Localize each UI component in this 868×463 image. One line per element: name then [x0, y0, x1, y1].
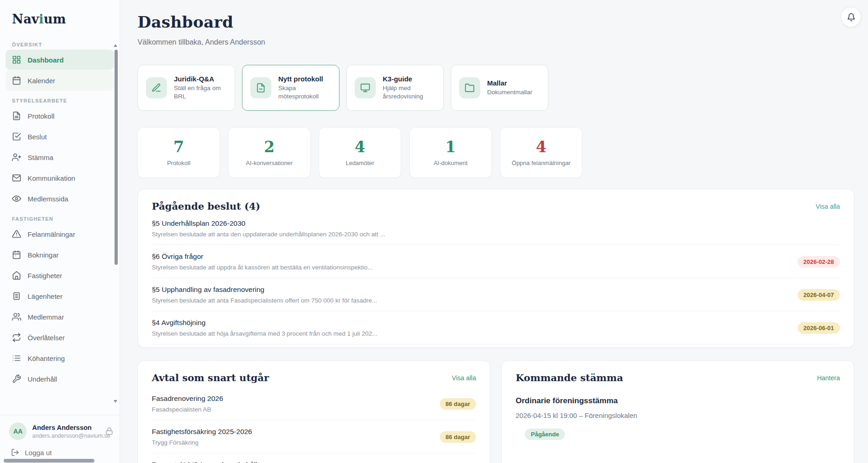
contract-item[interactable]: Fasadrenovering 2026 Fasadspecialisten A…	[152, 387, 476, 420]
contract-item[interactable]: Ramavtal VVS-jour och underhåll Stockhol…	[152, 453, 476, 463]
decisions-panel: Pågående beslut (4) Visa alla §5 Underhå…	[138, 189, 854, 348]
monitor-icon	[355, 77, 376, 98]
sidebar-item-label: Kommunikation	[28, 174, 75, 182]
user-name: Anders Andersson	[32, 424, 110, 431]
bell-icon	[847, 13, 856, 22]
alert-triangle-icon	[12, 229, 21, 239]
sidebar-item-label: Kalender	[28, 77, 55, 85]
sidebar-item-kohantering[interactable]: Köhantering	[6, 348, 114, 368]
check-square-icon	[12, 132, 21, 141]
pen-icon	[146, 77, 167, 98]
quick-actions-row: Juridik-Q&A Ställ en fråga om BRL Nytt p…	[138, 65, 854, 111]
nav-section-styrelsearbete: STYRELSEARBETE	[12, 98, 108, 103]
sidebar-item-bokningar[interactable]: Bokningar	[6, 245, 114, 265]
user-profile: AA Anders Andersson anders.andersson@nav…	[9, 423, 110, 440]
days-left-badge: 86 dagar	[440, 431, 476, 443]
notifications-button[interactable]	[841, 7, 861, 27]
quick-action-nytt-protokoll[interactable]: Nytt protokoll Skapa mötesprotokoll	[242, 65, 339, 111]
decision-item[interactable]: §5 Upphandling av fasadrenovering Styrel…	[152, 278, 840, 311]
wrench-icon	[12, 374, 21, 383]
decisions-title: Pågående beslut (4)	[152, 200, 260, 212]
file-text-icon	[12, 111, 21, 120]
meeting-manage-link[interactable]: Hantera	[817, 374, 840, 382]
stat-card-protokoll: 7 Protokoll	[138, 127, 220, 178]
scrollbar-up-arrow[interactable]	[114, 44, 117, 47]
nav-section-oversikt: ÖVERSIKT	[12, 42, 108, 47]
scrollbar-down-arrow[interactable]	[114, 400, 117, 403]
sidebar-item-label: Lägenheter	[28, 292, 63, 300]
sidebar-item-underhall[interactable]: Underhåll	[6, 369, 114, 389]
sidebar-item-fastigheter[interactable]: Fastigheter	[6, 265, 114, 286]
sidebar-item-overlatelser[interactable]: Överlåtelser	[6, 327, 114, 348]
event-title: Ordinarie föreningsstämma	[516, 396, 840, 406]
sidebar-item-dashboard[interactable]: Dashboard	[6, 50, 114, 70]
document-lines-icon	[12, 292, 21, 301]
sidebar-item-label: Stämma	[28, 154, 53, 161]
sidebar-item-kommunikation[interactable]: Kommunikation	[6, 168, 114, 188]
logout-icon	[11, 448, 19, 457]
sidebar-item-label: Beslut	[28, 133, 47, 141]
sidebar-item-label: Dashboard	[28, 56, 63, 64]
meeting-title: Kommande stämma	[516, 372, 623, 383]
contracts-show-all-link[interactable]: Visa alla	[452, 374, 476, 382]
quick-action-mallar[interactable]: Mallar Dokumentmallar	[451, 65, 548, 111]
file-icon	[250, 77, 271, 98]
user-email: anders.andersson@navium.se	[32, 433, 110, 439]
main-content: Dashboard Välkommen tillbaka, Anders And…	[120, 0, 868, 463]
sidebar-item-felanmalningar[interactable]: Felanmälningar	[6, 224, 114, 244]
sidebar-item-label: Bokningar	[28, 251, 59, 259]
stat-card-oppna-felanmalningar: 4 Öppna felanmälningar	[500, 127, 582, 178]
sidebar-vertical-scrollbar[interactable]	[115, 50, 118, 265]
user-plus-icon	[12, 153, 21, 162]
stat-card-ai-konversationer: 2 AI-konversationer	[228, 127, 310, 178]
deadline-badge: 2026-06-01	[798, 322, 840, 334]
sidebar-item-label: Fastigheter	[28, 272, 62, 280]
decisions-show-all-link[interactable]: Visa alla	[816, 203, 840, 210]
deadline-badge: 2026-02-28	[798, 256, 840, 268]
sidebar: Navium ÖVERSIKT Dashboard Kalender STYRE…	[0, 0, 120, 463]
calendar-icon	[12, 76, 21, 85]
sidebar-horizontal-scrollbar[interactable]	[4, 459, 94, 463]
deadline-badge: 2026-04-07	[798, 289, 840, 301]
event-details: 2026-04-15 kl 19:00 – Föreningslokalen	[516, 412, 840, 419]
eye-icon	[12, 194, 21, 203]
grid-icon	[12, 55, 21, 64]
sidebar-item-protokoll[interactable]: Protokoll	[6, 106, 114, 126]
decision-item[interactable]: §4 Avgiftshöjning Styrelsen beslutade at…	[152, 311, 840, 344]
decision-item[interactable]: §6 Övriga frågor Styrelsen beslutade att…	[152, 245, 840, 278]
sidebar-item-medlemmar[interactable]: Medlemmar	[6, 307, 114, 327]
nav-section-fastigheten: FASTIGHETEN	[12, 216, 108, 222]
sidebar-item-lagenheter[interactable]: Lägenheter	[6, 286, 114, 306]
mail-icon	[12, 173, 21, 183]
home-icon	[12, 271, 21, 280]
status-badge: Pågående	[525, 429, 565, 440]
quick-action-juridik-qa[interactable]: Juridik-Q&A Ställ en fråga om BRL	[138, 65, 235, 111]
calendar-icon	[12, 250, 21, 259]
sidebar-item-label: Medlemmar	[28, 313, 64, 321]
repeat-icon	[12, 333, 21, 342]
days-left-badge: 86 dagar	[440, 398, 476, 410]
sidebar-item-kalender[interactable]: Kalender	[6, 70, 114, 91]
sidebar-item-label: Protokoll	[28, 112, 54, 120]
avatar: AA	[9, 423, 27, 440]
sidebar-item-label: Felanmälningar	[28, 230, 75, 238]
sidebar-item-label: Medlemssida	[28, 195, 68, 203]
stats-row: 7 Protokoll 2 AI-konversationer 4 Ledamö…	[138, 127, 854, 178]
decision-item[interactable]: §5 Underhållsplan 2026-2030 Styrelsen be…	[152, 212, 840, 245]
brand-logo: Navium	[0, 0, 120, 33]
meeting-panel: Kommande stämma Hantera Ordinarie föreni…	[501, 360, 854, 463]
sidebar-item-beslut[interactable]: Beslut	[6, 126, 114, 147]
sidebar-item-label: Underhåll	[28, 375, 57, 383]
page-title: Dashboard	[138, 13, 854, 31]
contracts-title: Avtal som snart utgår	[152, 372, 269, 383]
sidebar-item-stamma[interactable]: Stämma	[6, 147, 114, 167]
sidebar-nav: ÖVERSIKT Dashboard Kalender STYRELSEARBE…	[0, 33, 120, 415]
logout-button[interactable]: Logga ut	[9, 448, 110, 457]
contracts-panel: Avtal som snart utgår Visa alla Fasadren…	[138, 360, 490, 463]
quick-action-k3-guide[interactable]: K3-guide Hjälp med årsredovisning	[346, 65, 444, 111]
user-area: AA Anders Andersson anders.andersson@nav…	[0, 415, 120, 463]
lock-icon	[105, 427, 113, 435]
contract-item[interactable]: Fastighetsförsäkring 2025-2026 Trygg För…	[152, 420, 476, 453]
list-icon	[12, 354, 21, 363]
sidebar-item-medlemssida[interactable]: Medlemssida	[6, 189, 114, 209]
